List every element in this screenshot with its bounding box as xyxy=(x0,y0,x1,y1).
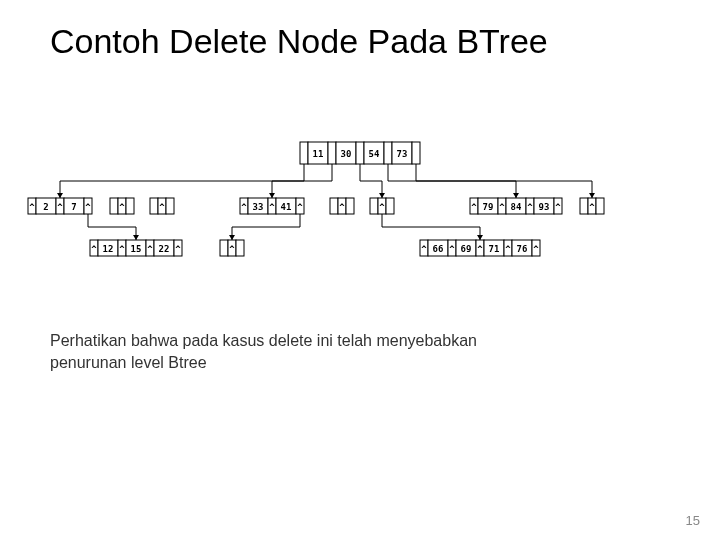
svg-text:71: 71 xyxy=(489,244,500,254)
svg-text:30: 30 xyxy=(341,149,352,159)
svg-marker-109 xyxy=(229,235,235,240)
svg-text:2: 2 xyxy=(43,202,48,212)
svg-rect-41 xyxy=(330,198,338,214)
note-line-1: Perhatikan bahwa pada kasus delete ini t… xyxy=(50,332,477,349)
svg-rect-0 xyxy=(300,142,308,164)
svg-text:^: ^ xyxy=(147,244,153,254)
slide-title: Contoh Delete Node Pada BTree xyxy=(50,22,548,61)
svg-marker-69 xyxy=(379,193,385,198)
svg-rect-66 xyxy=(596,198,604,214)
svg-text:22: 22 xyxy=(159,244,170,254)
svg-marker-110 xyxy=(477,235,483,240)
svg-marker-71 xyxy=(589,193,595,198)
svg-marker-68 xyxy=(269,193,275,198)
page-number: 15 xyxy=(686,513,700,528)
svg-text:41: 41 xyxy=(281,202,292,212)
svg-text:^: ^ xyxy=(119,244,125,254)
svg-text:^: ^ xyxy=(159,202,165,212)
svg-text:^: ^ xyxy=(527,202,533,212)
svg-text:^: ^ xyxy=(229,244,235,254)
svg-text:^: ^ xyxy=(339,202,345,212)
svg-text:84: 84 xyxy=(511,202,522,212)
svg-text:^: ^ xyxy=(449,244,455,254)
svg-text:^: ^ xyxy=(57,202,63,212)
svg-text:66: 66 xyxy=(433,244,444,254)
svg-text:^: ^ xyxy=(241,202,247,212)
svg-text:7: 7 xyxy=(71,202,76,212)
svg-rect-23 xyxy=(110,198,118,214)
svg-text:11: 11 xyxy=(313,149,324,159)
svg-rect-6 xyxy=(356,142,364,164)
svg-rect-86 xyxy=(220,240,228,256)
svg-text:^: ^ xyxy=(555,202,561,212)
svg-text:54: 54 xyxy=(369,149,380,159)
svg-rect-26 xyxy=(126,198,134,214)
svg-rect-48 xyxy=(386,198,394,214)
svg-text:^: ^ xyxy=(421,244,427,254)
svg-marker-67 xyxy=(57,193,63,198)
note-line-2: penurunan level Btree xyxy=(50,354,207,371)
svg-text:93: 93 xyxy=(539,202,550,212)
svg-rect-45 xyxy=(370,198,378,214)
svg-text:^: ^ xyxy=(175,244,181,254)
svg-marker-108 xyxy=(133,235,139,240)
svg-rect-30 xyxy=(166,198,174,214)
svg-rect-44 xyxy=(346,198,354,214)
svg-marker-70 xyxy=(513,193,519,198)
svg-text:^: ^ xyxy=(505,244,511,254)
svg-rect-63 xyxy=(580,198,588,214)
svg-text:^: ^ xyxy=(119,202,125,212)
svg-rect-89 xyxy=(236,240,244,256)
svg-text:^: ^ xyxy=(533,244,539,254)
svg-text:^: ^ xyxy=(589,202,595,212)
svg-text:33: 33 xyxy=(253,202,264,212)
svg-text:76: 76 xyxy=(517,244,528,254)
svg-text:^: ^ xyxy=(471,202,477,212)
svg-text:^: ^ xyxy=(269,202,275,212)
svg-text:^: ^ xyxy=(499,202,505,212)
svg-text:15: 15 xyxy=(131,244,142,254)
svg-text:^: ^ xyxy=(297,202,303,212)
svg-text:69: 69 xyxy=(461,244,472,254)
svg-text:^: ^ xyxy=(379,202,385,212)
svg-text:79: 79 xyxy=(483,202,494,212)
btree-diagram: 11305473^2^7^^^^33^41^^^^79^84^93^^^12^1… xyxy=(20,140,700,310)
svg-text:^: ^ xyxy=(477,244,483,254)
svg-text:73: 73 xyxy=(397,149,408,159)
svg-rect-12 xyxy=(412,142,420,164)
svg-text:^: ^ xyxy=(91,244,97,254)
svg-rect-27 xyxy=(150,198,158,214)
svg-text:12: 12 xyxy=(103,244,114,254)
svg-text:^: ^ xyxy=(29,202,35,212)
slide-note: Perhatikan bahwa pada kasus delete ini t… xyxy=(50,330,650,373)
svg-rect-9 xyxy=(384,142,392,164)
svg-rect-3 xyxy=(328,142,336,164)
svg-text:^: ^ xyxy=(85,202,91,212)
